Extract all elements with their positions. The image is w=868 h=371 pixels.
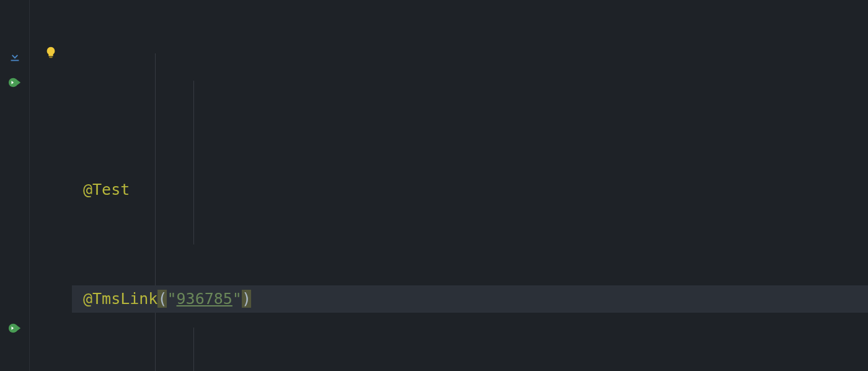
- code-line-current[interactable]: @TmsLink("936785"): [72, 285, 868, 313]
- indent-guide: [155, 53, 156, 371]
- run-test-icon[interactable]: [8, 71, 22, 98]
- annotation: @Test: [83, 181, 130, 199]
- indent-guide: [193, 328, 194, 371]
- code-area[interactable]: @Test @TmsLink("936785") fun search() { …: [72, 0, 868, 371]
- indent-guide: [193, 81, 194, 244]
- tms-link-id[interactable]: 936785: [177, 290, 232, 308]
- code-editor[interactable]: @Test @TmsLink("936785") fun search() { …: [0, 0, 868, 371]
- run-test-icon[interactable]: [8, 316, 22, 344]
- code-line[interactable]: @Test: [72, 176, 868, 203]
- paren-highlight: ): [242, 290, 251, 308]
- lightbulb-icon[interactable]: [44, 41, 58, 68]
- paren-highlight: (: [157, 290, 167, 308]
- svg-rect-5: [49, 56, 53, 58]
- svg-marker-4: [16, 325, 20, 332]
- annotation: @TmsLink: [83, 290, 157, 308]
- svg-rect-0: [11, 60, 19, 61]
- svg-marker-2: [16, 79, 20, 86]
- inspection-gutter: [30, 0, 72, 371]
- download-icon[interactable]: [8, 45, 22, 72]
- icon-gutter: [0, 0, 30, 371]
